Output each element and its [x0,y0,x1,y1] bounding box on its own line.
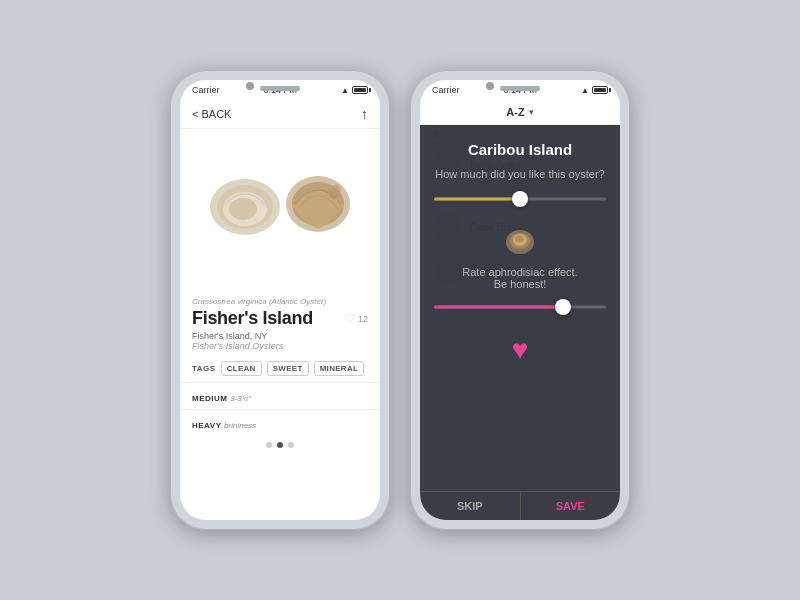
heart-pink-icon: ♥ [512,334,529,366]
camera-2 [486,82,494,90]
phone-2-screen: Carrier 6:14 PM ▲ A-Z ▾ B [420,80,620,520]
back-button[interactable]: < BACK [192,108,231,120]
wifi-icon-2: ▲ [581,86,589,95]
modal-question-1: How much did you like this oyster? [435,168,604,180]
nav-bar-2: A-Z ▾ [420,100,620,125]
status-right-1: ▲ [341,86,368,95]
list-area: B Beau Soleil ♡ 1 C Cape Breton ♡ 3 [420,125,620,520]
like-count: 12 [358,314,368,324]
modal-footer: SKIP SAVE [420,491,620,520]
attr-medium-label: MEDIUM [192,394,230,403]
wifi-icon-1: ▲ [341,86,349,95]
dot-2 [277,442,283,448]
phones-container: Carrier 6:14 PM ▲ < BACK ↑ [170,70,630,530]
phone-2: Carrier 6:14 PM ▲ A-Z ▾ B [410,70,630,530]
oyster-name: Fisher's Island [192,308,313,329]
attr-medium: MEDIUM 3-3½″ [180,382,380,409]
dot-3 [288,442,294,448]
phone-1: Carrier 6:14 PM ▲ < BACK ↑ [170,70,390,530]
heart-icon: ♡ [344,312,355,326]
carrier-1: Carrier [192,85,220,95]
oyster-info: Crassostrea virginica (Atlantic Oyster) … [180,289,380,355]
speaker-1 [260,86,300,91]
oyster-location: Fisher's Island, NY [192,331,368,341]
tag-clean[interactable]: CLEAN [221,361,262,376]
attr-medium-value: 3-3½″ [230,394,251,403]
slider-fill-gold [434,198,520,201]
speaker-2 [500,86,540,91]
share-button[interactable]: ↑ [361,106,368,122]
rating-slider[interactable] [434,190,606,208]
camera-1 [246,82,254,90]
page-dots [180,436,380,454]
battery-1 [352,86,368,94]
tag-mineral[interactable]: MINERAL [314,361,365,376]
oyster-image-area [180,129,380,289]
oyster-closed-icon [280,164,355,239]
modal-question-2: Rate aphrodisiac effect.Be honest! [462,266,577,290]
chevron-down-icon[interactable]: ▾ [529,107,534,117]
like-button[interactable]: ♡ 12 [344,312,368,326]
dot-1 [266,442,272,448]
attr-heavy-value: brininess [224,421,256,430]
phone-1-screen: Carrier 6:14 PM ▲ < BACK ↑ [180,80,380,520]
battery-fill-2 [594,88,606,92]
oyster-name-row: Fisher's Island ♡ 12 [192,308,368,329]
rating-modal: Caribou Island How much did you like thi… [420,125,620,520]
svg-point-12 [515,236,523,243]
attr-heavy: HEAVY brininess [180,409,380,436]
slider-thumb-1[interactable] [512,191,528,207]
battery-2 [592,86,608,94]
tags-row: TAGS CLEAN SWEET MINERAL [180,355,380,382]
modal-oyster-icon [502,222,538,258]
nav-bar-1: < BACK ↑ [180,100,380,129]
oyster-open-icon [205,169,285,239]
modal-title: Caribou Island [468,141,572,158]
attr-heavy-label: HEAVY [192,421,224,430]
carrier-2: Carrier [432,85,460,95]
status-right-2: ▲ [581,86,608,95]
oyster-farm: Fisher's Island Oysters [192,341,368,351]
tags-label: TAGS [192,364,216,373]
slider-fill-pink [434,306,563,309]
sort-label[interactable]: A-Z [506,106,524,118]
battery-fill-1 [354,88,366,92]
tag-sweet[interactable]: SWEET [267,361,309,376]
oyster-species: Crassostrea virginica (Atlantic Oyster) [192,297,368,306]
save-button[interactable]: SAVE [520,492,621,520]
aphrodisiac-slider[interactable] [434,298,606,316]
slider-thumb-2[interactable] [555,299,571,315]
skip-button[interactable]: SKIP [420,492,520,520]
